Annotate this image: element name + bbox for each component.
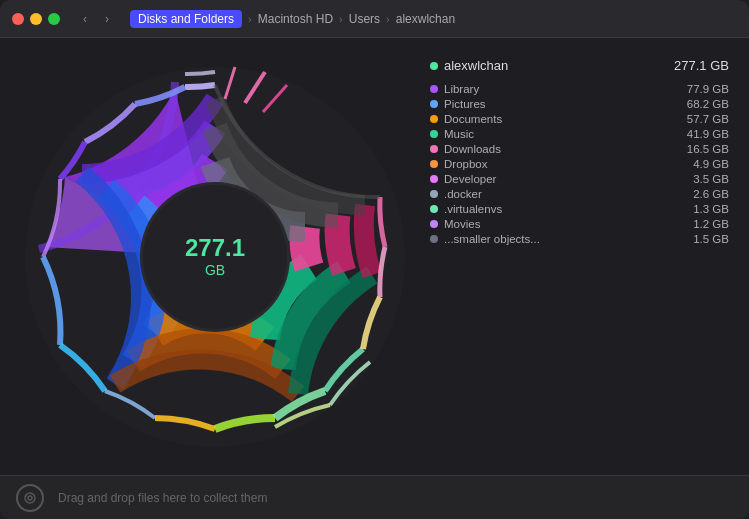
nav-arrows: ‹ › — [76, 10, 116, 28]
legend-item-size: 1.5 GB — [693, 233, 729, 245]
main-content: 277.1 GB alexwlchan 277.1 GB Library 77.… — [0, 38, 749, 475]
forward-button[interactable]: › — [98, 10, 116, 28]
breadcrumb-sep-2: › — [339, 13, 343, 25]
close-button[interactable] — [12, 13, 24, 25]
legend-item-dot — [430, 160, 438, 168]
title-bar: ‹ › Disks and Folders › Macintosh HD › U… — [0, 0, 749, 38]
legend-item[interactable]: Pictures 68.2 GB — [430, 96, 729, 111]
svg-point-6 — [25, 493, 35, 503]
legend-item-name: Downloads — [444, 143, 501, 155]
legend-item-size: 41.9 GB — [687, 128, 729, 140]
legend-item-name: Music — [444, 128, 474, 140]
breadcrumb-disks-folders[interactable]: Disks and Folders — [130, 10, 242, 28]
legend-item[interactable]: Music 41.9 GB — [430, 126, 729, 141]
legend-item-dot — [430, 205, 438, 213]
legend-item-dot — [430, 145, 438, 153]
legend-item-name: Movies — [444, 218, 480, 230]
legend-title: alexwlchan 277.1 GB — [430, 58, 729, 73]
chart-area: 277.1 GB — [0, 48, 430, 465]
breadcrumb-alexwlchan[interactable]: alexwlchan — [396, 12, 455, 26]
legend-item-name: .virtualenvs — [444, 203, 502, 215]
drop-text: Drag and drop files here to collect them — [58, 491, 267, 505]
legend-item[interactable]: Developer 3.5 GB — [430, 171, 729, 186]
legend-item[interactable]: ...smaller objects... 1.5 GB — [430, 231, 729, 246]
bottom-bar: Drag and drop files here to collect them — [0, 475, 749, 519]
legend-item-size: 2.6 GB — [693, 188, 729, 200]
legend-item-dot — [430, 85, 438, 93]
legend-item[interactable]: Movies 1.2 GB — [430, 216, 729, 231]
breadcrumb-users[interactable]: Users — [349, 12, 380, 26]
legend-item-name: Documents — [444, 113, 502, 125]
legend-item-size: 16.5 GB — [687, 143, 729, 155]
legend-item[interactable]: .docker 2.6 GB — [430, 186, 729, 201]
legend-item[interactable]: Dropbox 4.9 GB — [430, 156, 729, 171]
back-button[interactable]: ‹ — [76, 10, 94, 28]
legend-item[interactable]: Library 77.9 GB — [430, 81, 729, 96]
traffic-lights — [12, 13, 60, 25]
legend-item-dot — [430, 235, 438, 243]
breadcrumb-sep-1: › — [248, 13, 252, 25]
legend-item-name: Dropbox — [444, 158, 487, 170]
legend-item-dot — [430, 220, 438, 228]
legend-area: alexwlchan 277.1 GB Library 77.9 GB Pict… — [430, 48, 749, 465]
legend-item-name: .docker — [444, 188, 482, 200]
legend-item[interactable]: .virtualenvs 1.3 GB — [430, 201, 729, 216]
legend-root-name: alexwlchan — [444, 58, 508, 73]
legend-item-size: 57.7 GB — [687, 113, 729, 125]
legend-title-left: alexwlchan — [430, 58, 508, 73]
legend-item-dot — [430, 130, 438, 138]
legend-item-size: 4.9 GB — [693, 158, 729, 170]
legend-root-size: 277.1 GB — [674, 58, 729, 73]
maximize-button[interactable] — [48, 13, 60, 25]
legend-item-size: 1.2 GB — [693, 218, 729, 230]
legend-items: Library 77.9 GB Pictures 68.2 GB Documen… — [430, 81, 729, 246]
legend-item-name: Library — [444, 83, 479, 95]
legend-item-dot — [430, 115, 438, 123]
svg-point-5 — [143, 185, 287, 329]
legend-item-name: Pictures — [444, 98, 486, 110]
legend-item-dot — [430, 190, 438, 198]
legend-root-dot — [430, 62, 438, 70]
legend-item[interactable]: Documents 57.7 GB — [430, 111, 729, 126]
legend-item[interactable]: Downloads 16.5 GB — [430, 141, 729, 156]
legend-item-dot — [430, 175, 438, 183]
legend-item-name: ...smaller objects... — [444, 233, 540, 245]
breadcrumb: Disks and Folders › Macintosh HD › Users… — [130, 10, 455, 28]
legend-item-size: 77.9 GB — [687, 83, 729, 95]
legend-item-size: 1.3 GB — [693, 203, 729, 215]
legend-item-size: 3.5 GB — [693, 173, 729, 185]
minimize-button[interactable] — [30, 13, 42, 25]
legend-item-size: 68.2 GB — [687, 98, 729, 110]
breadcrumb-macintosh-hd[interactable]: Macintosh HD — [258, 12, 333, 26]
legend-item-dot — [430, 100, 438, 108]
svg-point-7 — [28, 496, 32, 500]
legend-item-name: Developer — [444, 173, 496, 185]
sunburst-chart[interactable] — [15, 47, 415, 467]
breadcrumb-sep-3: › — [386, 13, 390, 25]
drop-circle[interactable] — [16, 484, 44, 512]
